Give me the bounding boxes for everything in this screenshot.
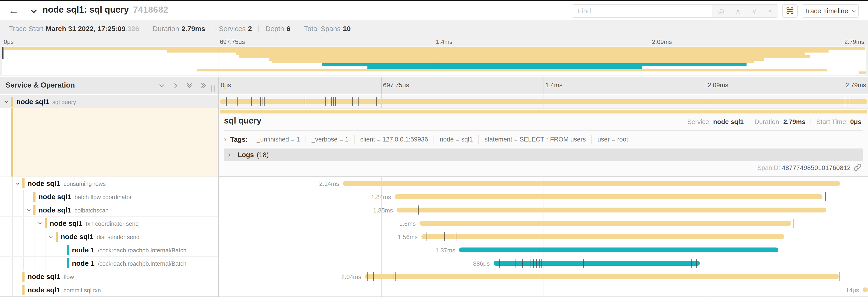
span-timeline-row[interactable]: 2.14ms: [219, 177, 868, 190]
link-icon[interactable]: [854, 163, 862, 171]
log-marker[interactable]: [394, 272, 394, 281]
tree-chevron-down-icon[interactable]: [37, 221, 42, 226]
log-marker[interactable]: [456, 232, 457, 241]
chevron-down-icon[interactable]: ∨: [752, 7, 757, 15]
locate-icon[interactable]: ◎: [718, 7, 724, 15]
double-chevron-right-icon[interactable]: [200, 82, 207, 89]
timeline-minimap[interactable]: [2, 47, 866, 75]
chevron-down-icon[interactable]: [158, 82, 165, 89]
log-marker[interactable]: [333, 97, 334, 106]
log-marker[interactable]: [499, 259, 500, 268]
span-bar[interactable]: [422, 234, 784, 239]
log-marker[interactable]: [845, 97, 845, 106]
tree-chevron-down-icon[interactable]: [15, 181, 20, 186]
log-marker[interactable]: [376, 97, 377, 106]
log-marker[interactable]: [793, 219, 794, 228]
span-bar[interactable]: [397, 208, 827, 212]
span-bar[interactable]: [395, 194, 823, 199]
log-marker[interactable]: [541, 259, 542, 268]
tag-pill[interactable]: node=sql1: [434, 135, 478, 144]
tag-pill[interactable]: _unfinished=1: [251, 135, 306, 144]
span-timeline-row[interactable]: 1.85ms: [219, 203, 868, 217]
minimap-scrubber-handle[interactable]: [2, 47, 3, 59]
log-marker[interactable]: [691, 259, 692, 268]
log-marker[interactable]: [335, 97, 336, 106]
log-marker[interactable]: [418, 205, 419, 214]
span-bar[interactable]: [365, 274, 839, 279]
tag-pill[interactable]: user=root: [591, 135, 634, 144]
span-timeline-row[interactable]: 14μs: [219, 283, 868, 297]
log-marker[interactable]: [839, 272, 839, 281]
title-chevron-icon[interactable]: [30, 7, 38, 15]
log-marker[interactable]: [696, 259, 697, 268]
log-marker[interactable]: [583, 259, 584, 268]
log-marker[interactable]: [848, 97, 849, 106]
log-marker[interactable]: [539, 259, 539, 268]
span-bar[interactable]: [863, 288, 868, 292]
span-timeline-row[interactable]: 1.56ms: [219, 230, 868, 243]
tag-pill[interactable]: client=127.0.0.1:59936: [354, 135, 434, 144]
double-chevron-down-icon[interactable]: [186, 82, 193, 89]
log-marker[interactable]: [367, 272, 368, 281]
span-tree-row[interactable]: node sql1batch flow coordinator: [0, 190, 218, 203]
span-bar[interactable]: [459, 247, 778, 252]
log-marker[interactable]: [329, 97, 329, 106]
chevron-right-icon[interactable]: [172, 82, 179, 89]
span-timeline-row[interactable]: 1.37ms: [219, 243, 868, 257]
chevron-up-icon[interactable]: ∧: [735, 7, 741, 15]
span-tree-row[interactable]: node sql1dist sender send: [0, 230, 218, 243]
log-marker[interactable]: [260, 97, 261, 106]
tag-pill[interactable]: _verbose=1: [306, 135, 354, 144]
span-tree-row[interactable]: node 1/cockroach.roachpb.Internal/Batch: [0, 243, 218, 257]
log-marker[interactable]: [237, 97, 238, 106]
span-tree-row[interactable]: node sql1sql query: [0, 95, 218, 108]
log-marker[interactable]: [251, 97, 252, 106]
tree-chevron-down-icon[interactable]: [4, 99, 9, 104]
span-timeline-row[interactable]: [219, 95, 868, 108]
span-tree-row[interactable]: node sql1flow: [0, 270, 218, 283]
log-marker[interactable]: [530, 259, 530, 268]
trace-timeline-view-dropdown[interactable]: Trace Timeline: [802, 4, 859, 18]
clear-icon[interactable]: ×: [768, 7, 772, 15]
logs-accordion[interactable]: › Logs (18): [224, 148, 863, 161]
log-marker[interactable]: [522, 259, 523, 268]
log-marker[interactable]: [516, 259, 516, 268]
span-timeline-row[interactable]: 886μs: [219, 257, 868, 270]
tree-chevron-down-icon[interactable]: [26, 208, 31, 213]
span-tree-row[interactable]: node sql1consuming rows: [0, 177, 218, 190]
span-tree-row[interactable]: node sql1colbatchscan: [0, 203, 218, 217]
span-timeline-row[interactable]: 2.04ms: [219, 270, 868, 283]
log-marker[interactable]: [331, 97, 332, 106]
log-marker[interactable]: [444, 232, 445, 241]
tag-pill[interactable]: statement=SELECT * FROM users: [478, 135, 591, 144]
log-marker[interactable]: [536, 259, 537, 268]
log-marker[interactable]: [265, 97, 265, 106]
selected-span-bar[interactable]: [220, 110, 867, 113]
span-tree-row[interactable]: node sql1commit sql txn: [0, 283, 218, 297]
span-timeline-row[interactable]: 1.84ms: [219, 190, 868, 203]
keyboard-shortcuts-button[interactable]: ⌘: [782, 4, 798, 18]
log-marker[interactable]: [825, 192, 826, 201]
log-marker[interactable]: [326, 97, 326, 106]
span-bar[interactable]: [494, 261, 700, 266]
log-marker[interactable]: [352, 97, 353, 106]
log-marker[interactable]: [373, 272, 374, 281]
log-marker[interactable]: [226, 97, 227, 106]
span-bar[interactable]: [220, 99, 867, 104]
tags-accordion[interactable]: › Tags: _unfinished=1_verbose=1client=12…: [224, 133, 863, 146]
tree-chevron-down-icon[interactable]: [48, 234, 54, 239]
find-input[interactable]: [572, 5, 712, 17]
log-marker[interactable]: [533, 259, 534, 268]
log-marker[interactable]: [262, 97, 263, 106]
span-tree-row[interactable]: node 1/cockroach.roachpb.Internal/Batch: [0, 257, 218, 270]
log-marker[interactable]: [358, 97, 359, 106]
log-marker[interactable]: [396, 272, 396, 281]
span-tree-row[interactable]: node sql1txn coordinator send: [0, 217, 218, 230]
span-bar[interactable]: [343, 181, 840, 186]
log-marker[interactable]: [305, 97, 305, 106]
span-timeline-row[interactable]: 1.6ms: [219, 217, 868, 230]
log-marker[interactable]: [427, 232, 427, 241]
span-bar[interactable]: [420, 221, 792, 226]
pane-resize-handle[interactable]: [211, 86, 215, 92]
back-arrow-icon[interactable]: ←: [8, 4, 19, 17]
